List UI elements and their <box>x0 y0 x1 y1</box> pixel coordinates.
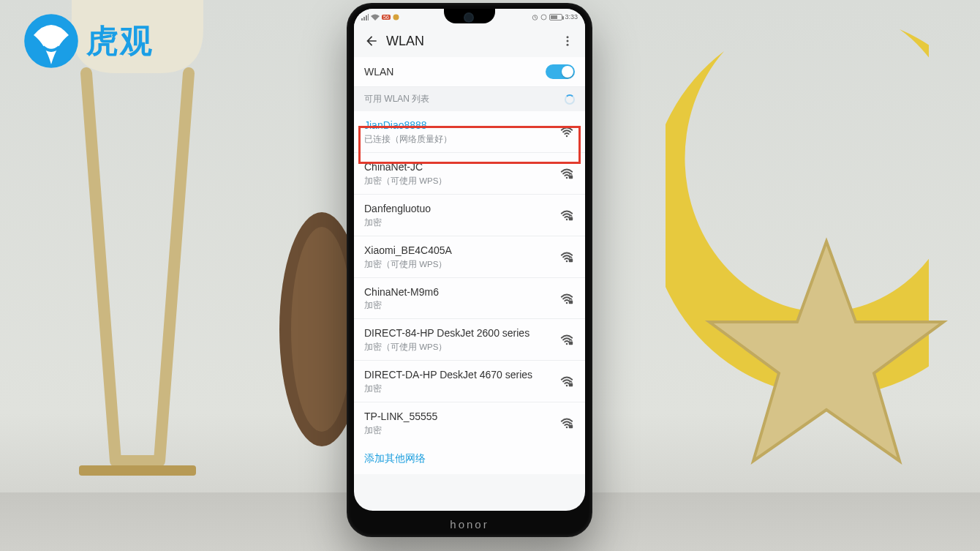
network-row[interactable]: TP-LINK_55555 加密 <box>354 402 585 443</box>
background-moon <box>666 7 929 417</box>
network-row[interactable]: Danfengluotuo 加密 <box>354 195 585 236</box>
network-status: 加密（可使用 WPS） <box>364 342 559 353</box>
battery-icon <box>549 14 562 20</box>
svg-rect-25 <box>569 425 573 429</box>
network-status: 已连接（网络质量好） <box>364 134 559 145</box>
network-ssid: TP-LINK_55555 <box>364 410 559 424</box>
wifi-signal-icon <box>559 416 575 430</box>
watermark-text: 虎观 <box>86 20 154 63</box>
svg-point-5 <box>393 14 399 20</box>
background-stand <box>42 0 291 541</box>
svg-point-7 <box>541 15 546 20</box>
wlan-master-label: WLAN <box>364 65 546 79</box>
svg-point-22 <box>566 385 568 387</box>
eye-care-icon <box>540 14 547 20</box>
network-row[interactable]: DIRECT-84-HP DeskJet 2600 series 加密（可使用 … <box>354 319 585 361</box>
watermark: 虎观 <box>22 12 154 70</box>
network-list: JianDiao8888 已连接（网络质量好） ChinaNet-JC 加密（可… <box>354 111 585 443</box>
svg-rect-13 <box>569 176 573 179</box>
weibo-icon <box>393 14 399 20</box>
svg-marker-1 <box>709 241 943 461</box>
svg-point-8 <box>567 36 569 38</box>
svg-point-12 <box>566 176 568 179</box>
wifi-signal-icon <box>559 124 575 139</box>
network-row[interactable]: ChinaNet-M9m6 加密 <box>354 278 585 320</box>
app-bar: WLAN <box>354 25 585 57</box>
network-ssid: Xiaomi_BE4C405A <box>364 244 559 258</box>
watermark-logo-icon <box>22 12 80 70</box>
network-ssid: DIRECT-DA-HP DeskJet 4670 series <box>364 368 559 382</box>
back-arrow-icon <box>364 34 379 48</box>
phone-brand-label: honor <box>347 518 592 531</box>
svg-point-9 <box>567 40 569 42</box>
network-status: 加密（可使用 WPS） <box>364 259 559 270</box>
wifi-signal-icon <box>559 166 575 181</box>
svg-point-20 <box>566 343 568 345</box>
svg-point-14 <box>566 218 568 220</box>
svg-rect-21 <box>569 342 573 345</box>
svg-point-3 <box>291 227 353 432</box>
wifi-signal-icon <box>559 332 575 347</box>
phone-notch <box>444 9 495 23</box>
network-row[interactable]: JianDiao8888 已连接（网络质量好） <box>354 111 585 153</box>
svg-point-24 <box>566 427 568 429</box>
network-status: 加密（可使用 WPS） <box>364 176 559 187</box>
wifi-signal-icon <box>559 250 575 264</box>
network-status: 加密 <box>364 383 559 394</box>
available-networks-label: 可用 WLAN 列表 <box>364 93 429 105</box>
svg-rect-19 <box>569 300 573 304</box>
svg-point-10 <box>567 44 569 46</box>
svg-rect-23 <box>569 383 573 387</box>
wlan-master-row[interactable]: WLAN <box>354 57 585 87</box>
svg-rect-0 <box>79 465 196 476</box>
signal-icon <box>361 14 369 20</box>
page-title: WLAN <box>382 34 557 49</box>
available-networks-header: 可用 WLAN 列表 <box>354 87 585 111</box>
more-vert-icon <box>561 34 574 48</box>
network-status: 加密 <box>364 217 559 228</box>
wifi-signal-icon <box>559 374 575 389</box>
alarm-icon <box>532 14 538 20</box>
status-time: 3:33 <box>565 13 578 20</box>
svg-point-4 <box>24 14 78 68</box>
network-ssid: ChinaNet-JC <box>364 160 559 174</box>
network-ssid: Danfengluotuo <box>364 202 559 216</box>
background-star <box>702 234 951 498</box>
svg-point-18 <box>566 301 568 304</box>
network-status: 加密 <box>364 425 559 436</box>
wifi-signal-icon <box>559 208 575 222</box>
wlan-toggle[interactable] <box>546 64 575 79</box>
add-network-link[interactable]: 添加其他网络 <box>354 443 585 474</box>
network-ssid: ChinaNet-M9m6 <box>364 285 559 299</box>
network-badge: 56 <box>382 15 391 20</box>
scanning-spinner-icon <box>565 94 575 105</box>
svg-rect-15 <box>569 217 573 220</box>
svg-point-11 <box>566 135 568 138</box>
svg-rect-17 <box>569 258 573 262</box>
network-status: 加密 <box>364 300 559 311</box>
overflow-menu-button[interactable] <box>557 31 578 51</box>
network-row[interactable]: ChinaNet-JC 加密（可使用 WPS） <box>354 153 585 195</box>
phone-frame: honor 56 3:33 WLAN <box>347 3 592 537</box>
wifi-signal-icon <box>559 291 575 306</box>
phone-screen: 56 3:33 WLAN <box>354 9 585 511</box>
network-ssid: JianDiao8888 <box>364 119 559 132</box>
wifi-status-icon <box>371 14 380 20</box>
svg-point-16 <box>566 260 568 262</box>
back-button[interactable] <box>361 31 382 51</box>
network-ssid: DIRECT-84-HP DeskJet 2600 series <box>364 326 559 340</box>
network-row[interactable]: DIRECT-DA-HP DeskJet 4670 series 加密 <box>354 361 585 402</box>
network-row[interactable]: Xiaomi_BE4C405A 加密（可使用 WPS） <box>354 236 585 278</box>
